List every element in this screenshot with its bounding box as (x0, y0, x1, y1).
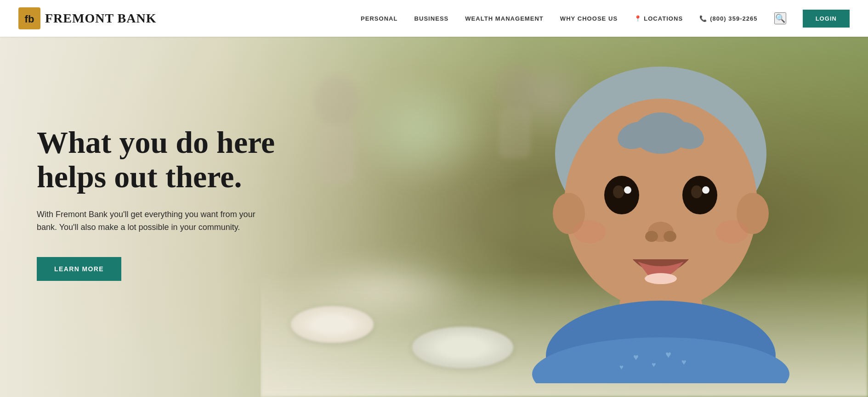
header: fb Fremont Bank PERSONAL BUSINESS WEALTH… (0, 0, 868, 37)
svg-point-10 (624, 186, 631, 194)
hero-headline: What you do here helps out there. (37, 125, 312, 194)
learn-more-button[interactable]: LEARN MORE (37, 257, 121, 281)
hero-content: What you do here helps out there. With F… (0, 37, 434, 397)
svg-point-12 (691, 185, 702, 198)
nav-locations[interactable]: 📍 LOCATIONS (634, 15, 683, 22)
logo[interactable]: fb Fremont Bank (18, 7, 157, 29)
svg-text:♥: ♥ (665, 349, 671, 360)
location-pin-icon: 📍 (634, 15, 642, 22)
svg-point-13 (702, 186, 709, 194)
svg-point-16 (664, 231, 676, 242)
svg-point-17 (645, 273, 677, 284)
nav-business[interactable]: BUSINESS (414, 15, 449, 22)
phone-icon: 📞 (699, 15, 707, 22)
nav-phone[interactable]: 📞 (800) 359-2265 (699, 15, 758, 22)
svg-text:♥: ♥ (681, 358, 686, 367)
nav-personal[interactable]: PERSONAL (361, 15, 398, 22)
svg-point-25 (573, 220, 606, 243)
svg-point-26 (716, 220, 748, 243)
nav-why[interactable]: WHY CHOOSE US (560, 15, 618, 22)
svg-text:fb: fb (25, 13, 34, 25)
hero-subtext: With Fremont Bank you'll get everything … (37, 208, 276, 235)
logo-icon: fb (18, 7, 40, 29)
svg-text:♥: ♥ (619, 363, 624, 371)
svg-point-29 (494, 64, 535, 110)
svg-text:♥: ♥ (652, 361, 656, 369)
logo-text: Fremont Bank (45, 11, 157, 26)
search-button[interactable]: 🔍 (774, 12, 786, 24)
nav-wealth[interactable]: WEALTH MANAGEMENT (465, 15, 544, 22)
svg-text:♥: ♥ (633, 352, 639, 362)
svg-point-15 (645, 231, 658, 242)
login-button[interactable]: LOGIN (803, 10, 850, 28)
main-nav: PERSONAL BUSINESS WEALTH MANAGEMENT WHY … (361, 10, 850, 28)
search-icon: 🔍 (775, 14, 785, 23)
svg-rect-30 (499, 108, 531, 158)
svg-point-9 (613, 185, 624, 198)
hero-section: ♥ ♥ ♥ ♥ ♥ Wha (0, 0, 868, 397)
